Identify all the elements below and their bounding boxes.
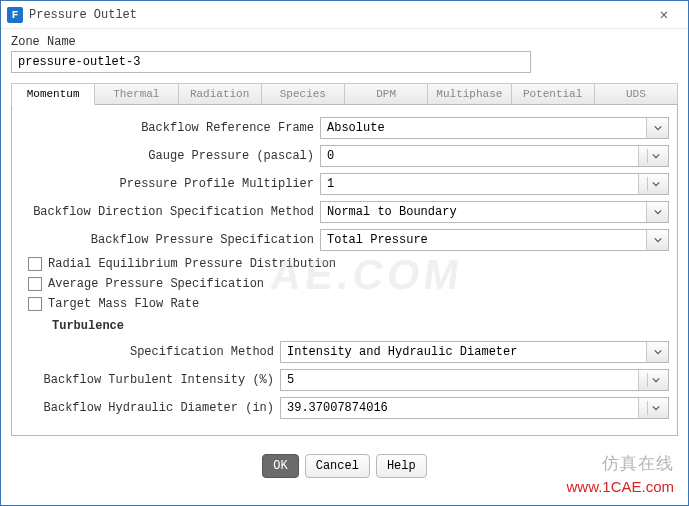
check-label: Average Pressure Specification [48, 277, 264, 291]
backflow-frame-select[interactable] [320, 117, 669, 139]
check-radial-equilibrium[interactable]: Radial Equilibrium Pressure Distribution [20, 257, 669, 271]
tab-radiation[interactable]: Radiation [178, 83, 262, 105]
tab-multiphase[interactable]: Multiphase [427, 83, 511, 105]
tab-species[interactable]: Species [261, 83, 345, 105]
backflow-direction-select[interactable] [320, 201, 669, 223]
app-logo: F [7, 7, 23, 23]
checkbox-icon [28, 297, 42, 311]
cancel-button[interactable]: Cancel [305, 454, 370, 478]
profile-multiplier-input[interactable] [320, 173, 669, 195]
checkbox-icon [28, 277, 42, 291]
profile-multiplier-label: Pressure Profile Multiplier [20, 177, 320, 191]
check-average-pressure[interactable]: Average Pressure Specification [20, 277, 669, 291]
turbulent-intensity-label: Backflow Turbulent Intensity (%) [20, 373, 280, 387]
tab-thermal[interactable]: Thermal [94, 83, 178, 105]
turbulence-title: Turbulence [20, 319, 669, 333]
tab-momentum[interactable]: Momentum [11, 83, 95, 105]
tab-potential[interactable]: Potential [511, 83, 595, 105]
gauge-pressure-label: Gauge Pressure (pascal) [20, 149, 320, 163]
backflow-pressure-spec-label: Backflow Pressure Specification [20, 233, 320, 247]
help-button[interactable]: Help [376, 454, 427, 478]
tab-bar: Momentum Thermal Radiation Species DPM M… [11, 83, 678, 105]
zone-name-label: Zone Name [11, 35, 678, 49]
tab-uds[interactable]: UDS [594, 83, 678, 105]
check-label: Target Mass Flow Rate [48, 297, 199, 311]
specification-method-select[interactable] [280, 341, 669, 363]
gauge-pressure-input[interactable] [320, 145, 669, 167]
backflow-frame-label: Backflow Reference Frame [20, 121, 320, 135]
button-bar: OK Cancel Help [11, 454, 678, 478]
zone-name-input[interactable] [11, 51, 531, 73]
window-title: Pressure Outlet [29, 8, 644, 22]
backflow-direction-label: Backflow Direction Specification Method [20, 205, 320, 219]
tab-body-momentum: Backflow Reference Frame Gauge Pressure … [11, 105, 678, 436]
checkbox-icon [28, 257, 42, 271]
check-label: Radial Equilibrium Pressure Distribution [48, 257, 336, 271]
dialog-content: Zone Name Momentum Thermal Radiation Spe… [1, 29, 688, 488]
backflow-pressure-spec-select[interactable] [320, 229, 669, 251]
hydraulic-diameter-input[interactable] [280, 397, 669, 419]
ok-button[interactable]: OK [262, 454, 298, 478]
specification-method-label: Specification Method [20, 345, 280, 359]
tab-dpm[interactable]: DPM [344, 83, 428, 105]
title-bar: F Pressure Outlet ✕ [1, 1, 688, 29]
turbulent-intensity-input[interactable] [280, 369, 669, 391]
check-target-mass-flow[interactable]: Target Mass Flow Rate [20, 297, 669, 311]
close-button[interactable]: ✕ [644, 3, 684, 27]
hydraulic-diameter-label: Backflow Hydraulic Diameter (in) [20, 401, 280, 415]
